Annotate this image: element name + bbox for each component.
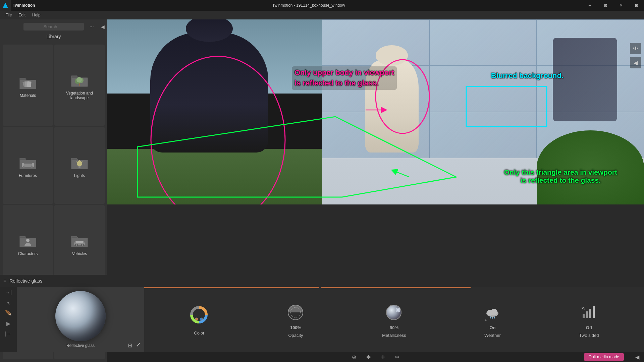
svg-rect-11 (23, 166, 24, 168)
svg-text:↓↓: ↓↓ (485, 318, 487, 321)
svg-line-50 (494, 317, 495, 319)
two-sided-property[interactable]: Off Two sided (579, 302, 599, 338)
material-header-title: Reflective glass (9, 278, 42, 284)
material-sphere (55, 291, 106, 341)
material-properties-body: Color 100% Opacity (144, 288, 644, 352)
window-controls: ─ ⊡ ✕ ⊞ (582, 0, 644, 11)
material-panel: ≡ Reflective glass →| ∿ 🪶 ▶ |→ ··· Refle… (0, 275, 644, 352)
cyan-annotation-text: Blurred background. (491, 71, 564, 80)
svg-point-6 (76, 77, 82, 82)
sidebar-collapse-button[interactable]: ◀ (101, 24, 105, 29)
sidebar-item-vegetation[interactable]: Vegetation and landscape (54, 45, 105, 126)
materials-icon (18, 74, 38, 91)
minimize-button[interactable]: ─ (582, 0, 598, 11)
paint-tool-icon[interactable]: ✤ (366, 354, 371, 360)
svg-point-18 (26, 239, 30, 242)
svg-rect-3 (27, 81, 31, 87)
svg-point-47 (491, 309, 497, 315)
characters-label: Characters (18, 251, 38, 256)
back-button[interactable]: ◀ (635, 354, 639, 360)
glass-cell (322, 19, 429, 66)
sidebar-item-furnitures[interactable]: Furnitures (3, 127, 53, 203)
import-icon[interactable]: →| (5, 290, 12, 296)
glass-cell (429, 112, 537, 158)
weather-value: On (489, 325, 495, 330)
pink-annotation-text: Only upper body in viewport is reflected… (292, 66, 397, 90)
svg-rect-52 (583, 314, 585, 318)
color-icon (189, 305, 209, 325)
materials-label: Materials (20, 93, 36, 98)
material-preview: ··· Reflective glass ✓ ⊞ (17, 287, 144, 352)
vegetation-icon (69, 72, 90, 89)
sidebar-item-lights[interactable]: Lights (54, 127, 105, 203)
svg-line-48 (490, 317, 491, 319)
metallicness-icon (384, 302, 404, 322)
svg-rect-12 (31, 166, 33, 168)
eye-icon[interactable]: 👁 (630, 43, 641, 54)
material-header: ≡ Reflective glass (0, 275, 644, 287)
app-icon (0, 0, 11, 11)
svg-rect-55 (593, 306, 595, 318)
material-preview-label: Reflective glass (66, 343, 95, 348)
green-annotation-text: Only this triangle area in viewport is r… (504, 168, 617, 184)
two-sided-label: Two sided (579, 333, 599, 338)
play-icon[interactable]: ▶ (6, 320, 10, 327)
svg-point-23 (82, 244, 83, 246)
search-tool-icon[interactable]: ⊕ (352, 354, 356, 360)
bottom-toolbar: ⊕ ✤ ✛ ✏ Quit media mode ◀ (107, 352, 644, 362)
sidebar-library-label: Library (0, 34, 107, 42)
sidebar-dots-button[interactable]: ··· (90, 24, 94, 30)
glass-cell (429, 19, 537, 66)
sidebar-item-characters[interactable]: Characters (3, 205, 53, 282)
graph-icon[interactable]: ∿ (6, 300, 11, 306)
color-property[interactable]: Color (189, 305, 209, 336)
svg-rect-7 (79, 83, 80, 86)
svg-point-40 (200, 318, 203, 320)
material-body: →| ∿ 🪶 ▶ |→ ··· Reflective glass ✓ ⊞ (0, 287, 644, 352)
pen-tool-icon[interactable]: ✏ (395, 354, 399, 360)
svg-rect-19 (76, 241, 83, 243)
svg-line-49 (492, 317, 493, 319)
menu-edit[interactable]: Edit (15, 12, 29, 18)
two-sided-value: Off (586, 325, 592, 330)
move-tool-icon[interactable]: ✛ (381, 354, 385, 360)
vegetation-label: Vegetation and landscape (57, 91, 102, 100)
svg-marker-0 (3, 3, 8, 8)
maximize-button[interactable]: ⊡ (598, 0, 613, 11)
detach-button[interactable]: ⊞ (629, 0, 644, 11)
feather-icon[interactable]: 🪶 (5, 310, 12, 316)
menu-file[interactable]: File (2, 12, 15, 18)
opacity-icon (286, 302, 306, 322)
quit-media-button[interactable]: Quit media mode (584, 353, 624, 361)
metallicness-property[interactable]: 90% Metallicness (382, 302, 406, 338)
menu-help[interactable]: Help (29, 12, 44, 18)
grid-icon[interactable]: ⊞ (128, 342, 132, 349)
sidebar-item-materials[interactable]: Materials (3, 45, 53, 126)
viewport[interactable]: Only upper body in viewport is reflected… (107, 19, 644, 204)
close-button[interactable]: ✕ (613, 0, 629, 11)
svg-rect-14 (78, 166, 80, 168)
hamburger-icon[interactable]: ≡ (3, 278, 6, 284)
vegetation (537, 130, 644, 204)
metallicness-label: Metallicness (382, 333, 406, 338)
opacity-property[interactable]: 100% Opacity (286, 302, 306, 338)
color-label: Color (194, 330, 204, 336)
svg-rect-54 (589, 309, 591, 318)
svg-point-44 (386, 305, 401, 320)
export-icon[interactable]: |→ (5, 331, 12, 337)
two-sided-icon (579, 302, 599, 322)
svg-point-21 (76, 244, 77, 246)
search-input[interactable] (23, 23, 84, 31)
svg-point-13 (77, 161, 82, 166)
weather-property[interactable]: ↓↓ On Weather (482, 302, 502, 338)
menubar: File Edit Help (0, 11, 644, 19)
app-title: Twinmotion (13, 3, 35, 8)
scene-character-main (150, 33, 268, 153)
checkmark-icon: ✓ (136, 341, 141, 349)
arrow-left-icon[interactable]: ◀ (630, 57, 641, 68)
furnitures-label: Furnitures (19, 173, 37, 178)
sidebar-item-vehicles[interactable]: Vehicles (54, 205, 105, 282)
right-toolbar: 👁 ◀ (630, 43, 641, 68)
weather-icon: ↓↓ (482, 302, 502, 322)
sidebar-header: ··· ◀ (0, 19, 107, 34)
